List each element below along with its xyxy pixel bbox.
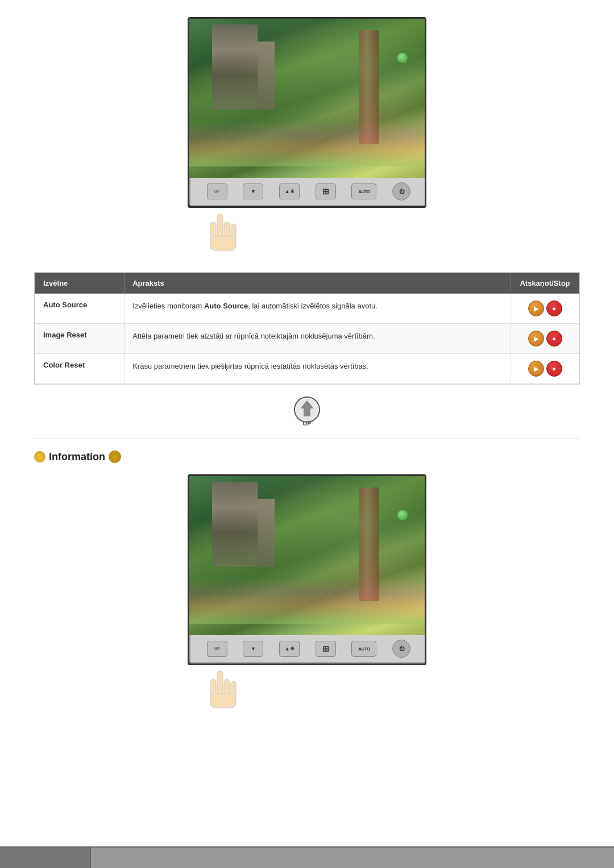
- stop-button-auto-source[interactable]: ●: [546, 301, 562, 316]
- monitor-screen-2: [189, 476, 425, 635]
- information-section: Information UP ▼ ▲☀ ⊞ AUT: [34, 450, 580, 712]
- bottom-nav-right: [91, 848, 614, 868]
- monitor-section-1: UP ▼ ▲☀ ⊞ AUTO ⏻: [34, 17, 580, 255]
- menu-button-2[interactable]: ⊞: [316, 641, 336, 657]
- menu-label-color-reset: Color Reset: [35, 354, 125, 384]
- pagoda-2: [258, 499, 275, 567]
- menu-button-1[interactable]: ⊞: [316, 183, 336, 199]
- table-header-atskanjot: Atskaņot/Stop: [511, 273, 579, 294]
- svg-text:UP: UP: [302, 420, 311, 427]
- table-row: Auto Source Izvēlieties monitoram Auto S…: [35, 294, 579, 324]
- svg-rect-13: [210, 694, 236, 708]
- svg-rect-4: [210, 236, 236, 251]
- play-button-image-reset[interactable]: ▶: [528, 331, 544, 347]
- bright-button-1[interactable]: ▲☀: [279, 183, 300, 199]
- bright-button-2[interactable]: ▲☀: [279, 641, 300, 657]
- btn-cell-auto-source: ▶ ●: [511, 294, 579, 324]
- stop-button-color-reset[interactable]: ●: [546, 361, 562, 377]
- svg-rect-9: [217, 671, 223, 696]
- table-row: Color Reset Krāsu parametriem tiek piešķ…: [35, 354, 579, 384]
- hand-cursor-2: [205, 665, 239, 712]
- table-row: Image Reset Attēla parametri tiek aizstā…: [35, 324, 579, 354]
- desc-image-reset: Attēla parametri tiek aizstāti ar rūpnīc…: [125, 324, 511, 354]
- info-icon-left: [34, 451, 45, 462]
- monitor-frame-2: UP ▼ ▲☀ ⊞ AUTO ⏻: [188, 474, 426, 665]
- tree-trunk: [359, 30, 379, 144]
- info-title-row: Information: [34, 450, 580, 463]
- up-arrow-section: UP: [34, 396, 580, 427]
- power-button-1[interactable]: ⏻: [392, 182, 410, 201]
- monitor-controls-1: UP ▼ ▲☀ ⊞ AUTO ⏻: [189, 178, 426, 206]
- monitor-screen-1: [189, 19, 425, 178]
- table-header-izvēlne: Izvēlne: [35, 273, 125, 294]
- play-button-auto-source[interactable]: ▶: [528, 301, 544, 316]
- desc-auto-source: Izvēlieties monitoram Auto Source, lai a…: [125, 294, 511, 324]
- flowers: [189, 121, 425, 166]
- menu-table: Izvēlne Apraksts Atskaņot/Stop Auto Sour…: [34, 272, 580, 385]
- menu-label-image-reset: Image Reset: [35, 324, 125, 354]
- pagoda: [258, 41, 275, 110]
- green-ball-2: [397, 510, 408, 520]
- monitor-section-2: UP ▼ ▲☀ ⊞ AUTO ⏻: [34, 474, 580, 712]
- monitor-frame-1: UP ▼ ▲☀ ⊞ AUTO ⏻: [188, 17, 426, 208]
- tree-trunk-2: [359, 487, 379, 601]
- flowers-2: [189, 578, 425, 624]
- desc-color-reset: Krāsu parametriem tiek piešķirtas rūpnīc…: [125, 354, 511, 384]
- stop-button-image-reset[interactable]: ●: [546, 331, 562, 347]
- up-arrow: UP: [290, 396, 324, 427]
- auto-button-1[interactable]: AUTO: [351, 183, 376, 199]
- svg-rect-0: [217, 214, 223, 239]
- power-button-2[interactable]: ⏻: [392, 640, 410, 658]
- down-button-1[interactable]: ▼: [243, 183, 263, 199]
- info-icon-right: [109, 450, 121, 463]
- bottom-nav-left: [0, 848, 91, 868]
- green-ball: [397, 53, 408, 63]
- btn-cell-color-reset: ▶ ●: [511, 354, 579, 384]
- info-title-text: Information: [49, 451, 105, 463]
- up-button-1[interactable]: UP: [207, 183, 227, 199]
- monitor-controls-2: UP ▼ ▲☀ ⊞ AUTO ⏻: [189, 635, 426, 663]
- btn-cell-image-reset: ▶ ●: [511, 324, 579, 354]
- section-divider: [34, 439, 580, 439]
- play-button-color-reset[interactable]: ▶: [528, 361, 544, 377]
- menu-label-auto-source: Auto Source: [35, 294, 125, 324]
- bottom-nav-bar: [0, 846, 614, 868]
- table-header-apraksts: Apraksts: [125, 273, 511, 294]
- hand-cursor-1: [205, 208, 233, 255]
- down-button-2[interactable]: ▼: [243, 641, 263, 657]
- auto-button-2[interactable]: AUTO: [351, 641, 376, 657]
- up-button-2[interactable]: UP: [207, 641, 227, 657]
